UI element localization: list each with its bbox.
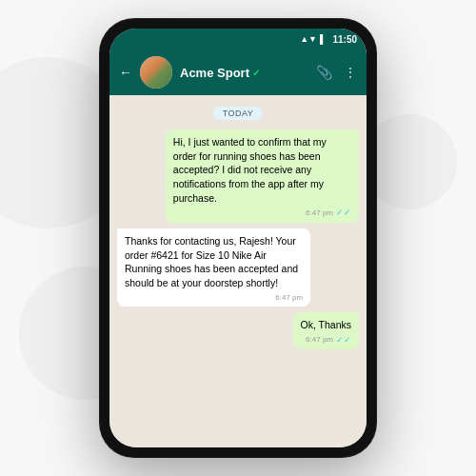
bg-decoration-3 — [362, 114, 457, 209]
phone-frame: ▲▼ ▌ 11:50 ← Acme Sport ✓ 📎 ⋮ — [100, 19, 376, 457]
phone-screen: ▲▼ ▌ 11:50 ← Acme Sport ✓ 📎 ⋮ — [109, 29, 367, 447]
message-sent-3: Ok, Thanks 6:47 pm ✓✓ — [293, 312, 360, 349]
message-meta-2: 6:47 pm — [125, 292, 303, 303]
message-meta-3: 6:47 pm ✓✓ — [301, 334, 352, 347]
message-text-2: Thanks for contacting us, Rajesh! Your o… — [125, 235, 298, 288]
status-time: 11:50 — [332, 34, 357, 45]
chat-header: ← Acme Sport ✓ 📎 ⋮ — [109, 50, 367, 95]
tick-icon-3: ✓✓ — [336, 334, 351, 347]
message-time-3: 6:47 pm — [306, 334, 333, 345]
date-divider: TODAY — [117, 107, 359, 120]
message-text-1: Hi, I just wanted to confirm that my ord… — [173, 136, 327, 204]
message-time-1: 6:47 pm — [306, 208, 333, 218]
status-bar: ▲▼ ▌ 11:50 — [109, 29, 367, 50]
menu-icon[interactable]: ⋮ — [344, 65, 357, 80]
attach-icon[interactable]: 📎 — [316, 65, 332, 80]
verified-icon: ✓ — [252, 68, 260, 78]
message-received-2: Thanks for contacting us, Rajesh! Your o… — [117, 228, 310, 307]
message-text-3: Ok, Thanks — [301, 319, 352, 330]
header-actions: 📎 ⋮ — [316, 65, 357, 80]
date-badge-text: TODAY — [213, 107, 264, 120]
message-meta-1: 6:47 pm ✓✓ — [173, 207, 351, 219]
contact-info: Acme Sport ✓ — [180, 66, 308, 80]
contact-name: Acme Sport ✓ — [180, 66, 308, 80]
contact-name-text: Acme Sport — [180, 66, 249, 80]
message-time-2: 6:47 pm — [275, 292, 303, 303]
avatar — [140, 56, 172, 89]
message-sent-1: Hi, I just wanted to confirm that my ord… — [166, 129, 359, 223]
status-icons: ▲▼ ▌ 11:50 — [300, 34, 357, 45]
avatar-image — [140, 56, 172, 89]
back-button[interactable]: ← — [119, 65, 132, 80]
chat-area: TODAY Hi, I just wanted to confirm that … — [109, 95, 367, 447]
tick-icon-1: ✓✓ — [336, 207, 351, 219]
battery-icon: ▌ — [320, 34, 326, 44]
signal-icon: ▲▼ — [300, 34, 317, 44]
